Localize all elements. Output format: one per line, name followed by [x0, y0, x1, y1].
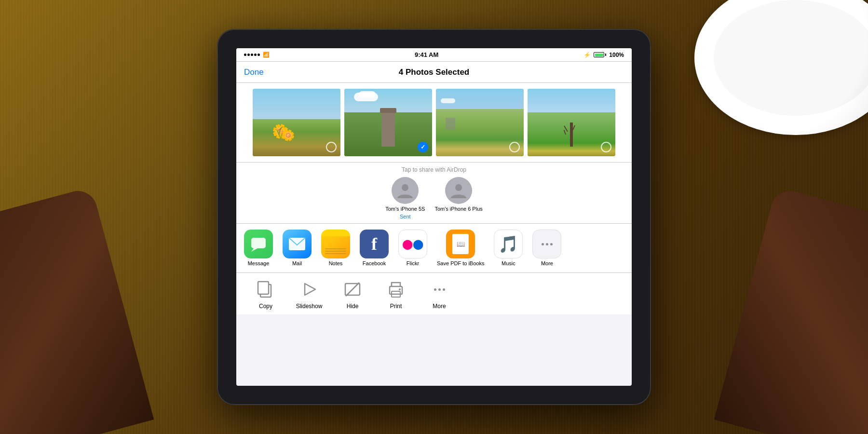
more-dot-2: [438, 288, 441, 291]
photo-thumb-4[interactable]: [528, 89, 615, 156]
battery-body: [594, 52, 604, 57]
notes-line-2: [325, 251, 346, 252]
signal-dots: [244, 54, 260, 56]
device-name-1: Tom's iPhone 5S: [385, 206, 425, 212]
facebook-f: f: [371, 230, 377, 258]
music-icon: 🎵: [494, 230, 523, 258]
copy-icon-svg: [257, 280, 275, 299]
dot-2: [546, 243, 548, 245]
battery-percent: 100%: [609, 52, 624, 58]
notes-line-1: [325, 248, 346, 249]
device-avatar-2: [445, 177, 472, 204]
copy-icon-box: [252, 278, 279, 301]
signal-dot-5: [258, 54, 260, 56]
done-button[interactable]: Done: [244, 68, 264, 77]
hide-icon-box: [339, 278, 366, 301]
battery-fill: [595, 54, 603, 56]
share-apps-row: Message Mail: [244, 230, 624, 267]
status-left: 📶: [244, 52, 270, 58]
more-dot-1: [434, 288, 436, 291]
device-status-1: Sent: [400, 214, 411, 219]
music-note-icon: 🎵: [498, 234, 518, 254]
person-icon-1: [396, 182, 414, 199]
svg-rect-2: [251, 238, 266, 248]
nav-bar: Done 4 Photos Selected: [236, 62, 632, 83]
share-app-music[interactable]: 🎵 Music: [494, 230, 523, 267]
copy-label: Copy: [259, 303, 272, 310]
dot-3: [550, 243, 553, 245]
ipad-device: 📶 9:41 AM ⚡ 100% Done 4 Photos: [217, 29, 651, 405]
photo-thumb-3[interactable]: [436, 89, 524, 156]
signal-dot-4: [254, 54, 257, 56]
slideshow-icon-svg: [300, 280, 318, 299]
status-time: 9:41 AM: [415, 51, 438, 58]
facebook-label: Facebook: [363, 260, 386, 267]
selection-circle-4[interactable]: [601, 142, 611, 152]
hand-right: [714, 187, 868, 434]
share-app-more[interactable]: More: [532, 230, 561, 267]
selection-circle-1[interactable]: [326, 142, 337, 152]
print-icon-box: [382, 278, 409, 301]
action-section: Copy Slideshow: [236, 273, 632, 314]
person-icon-2: [450, 182, 467, 199]
bluetooth-icon: ⚡: [583, 52, 591, 58]
notes-top-bar: [321, 230, 350, 236]
notes-label: Notes: [329, 260, 343, 267]
three-dots-icon: [542, 243, 553, 245]
food-green: [820, 29, 868, 58]
svg-point-12: [399, 288, 401, 290]
share-app-mail[interactable]: Mail: [283, 230, 312, 267]
share-app-message[interactable]: Message: [244, 230, 273, 267]
airdrop-section: Tap to share with AirDrop Tom's iPhone 5…: [236, 163, 632, 224]
svg-line-9: [346, 283, 359, 296]
share-app-notes[interactable]: Notes: [321, 230, 350, 267]
action-copy[interactable]: Copy: [244, 278, 287, 310]
more-actions-label: More: [433, 303, 446, 310]
flickr-label: Flickr: [407, 260, 419, 267]
signal-dot-1: [244, 54, 246, 56]
message-icon-svg: [250, 235, 267, 253]
photo-thumb-1[interactable]: 🌾 🌼: [253, 89, 340, 156]
action-more[interactable]: More: [418, 278, 461, 310]
plate-decoration: [694, 0, 868, 135]
slideshow-label: Slideshow: [296, 303, 323, 310]
device-name-2: Tom's iPhone 6 Plus: [434, 206, 482, 212]
mail-icon: [283, 230, 312, 258]
mail-icon-svg: [288, 237, 306, 251]
flickr-pink-dot: ⬤: [402, 238, 413, 250]
share-app-ibooks[interactable]: 📖 Save PDF to iBooks: [437, 230, 484, 267]
share-app-flickr[interactable]: ⬤ ⬤ Flickr: [398, 230, 427, 267]
action-slideshow[interactable]: Slideshow: [287, 278, 331, 310]
hand-left: [0, 187, 154, 434]
airdrop-device-2[interactable]: Tom's iPhone 6 Plus: [434, 177, 482, 219]
selection-circle-2[interactable]: [418, 142, 428, 152]
action-hide[interactable]: Hide: [331, 278, 374, 310]
notes-icon: [321, 230, 350, 258]
action-print[interactable]: Print: [374, 278, 418, 310]
scene: 📶 9:41 AM ⚡ 100% Done 4 Photos: [0, 0, 868, 434]
photos-section: 🌾 🌼: [236, 83, 632, 163]
ibooks-inner: 📖: [452, 234, 469, 254]
more-actions-dots: [434, 288, 445, 291]
ibooks-label: Save PDF to iBooks: [437, 260, 484, 267]
page-title: 4 Photos Selected: [399, 68, 469, 77]
selection-circle-3[interactable]: [509, 142, 520, 152]
slideshow-icon-box: [296, 278, 323, 301]
more-apps-label: More: [541, 260, 553, 267]
food-orange: [800, 10, 858, 48]
svg-rect-6: [258, 282, 269, 294]
battery-tip: [605, 54, 606, 56]
svg-point-1: [455, 184, 462, 191]
hide-icon-svg: [343, 280, 362, 299]
more-apps-icon: [532, 230, 561, 258]
airdrop-device-1[interactable]: Tom's iPhone 5S Sent: [385, 177, 425, 219]
dot-1: [542, 243, 544, 245]
share-app-facebook[interactable]: f Facebook: [360, 230, 389, 267]
ibooks-icon: 📖: [446, 230, 475, 258]
status-bar: 📶 9:41 AM ⚡ 100%: [236, 48, 632, 62]
photo-thumb-2[interactable]: [344, 89, 432, 156]
more-actions-icon-box: [426, 278, 453, 301]
share-apps-section: Message Mail: [236, 224, 632, 273]
airdrop-devices: Tom's iPhone 5S Sent Tom's iPhone 6 Plus: [385, 177, 483, 219]
music-label: Music: [502, 260, 515, 267]
